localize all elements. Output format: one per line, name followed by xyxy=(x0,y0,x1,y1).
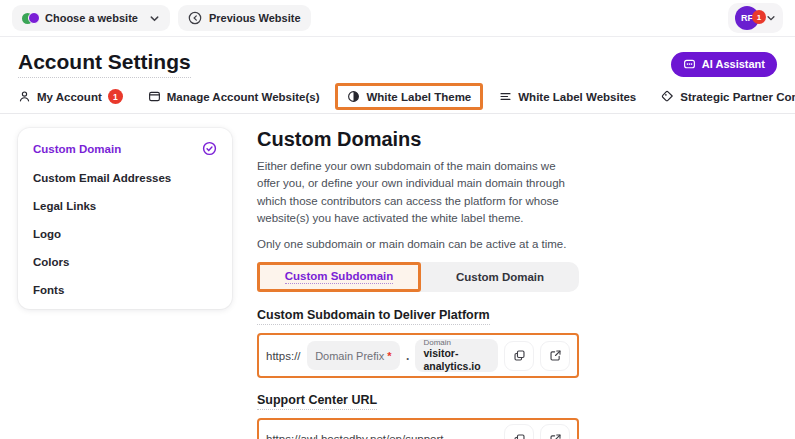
sidebar-item-logo[interactable]: Logo xyxy=(18,220,232,248)
open-subdomain-button[interactable] xyxy=(540,341,570,371)
tab-label: Manage Account Website(s) xyxy=(167,91,320,103)
top-bar: Choose a website Previous Website RF 1 xyxy=(0,0,795,37)
custom-domains-panel: Custom Domains Either define your own su… xyxy=(257,128,579,439)
page-header: Account Settings AI Assistant xyxy=(0,37,795,87)
support-url-value: https://awl.hostedby.net/en/support xyxy=(266,433,444,439)
chevron-down-icon xyxy=(149,13,160,24)
tag-icon xyxy=(661,90,674,103)
external-link-icon xyxy=(549,433,562,439)
copy-icon xyxy=(513,433,526,439)
account-settings-page: Choose a website Previous Website RF 1 xyxy=(0,0,795,439)
sidebar-item-label: Legal Links xyxy=(33,200,96,212)
chevron-down-icon xyxy=(766,13,776,23)
section-title: Custom Domains xyxy=(257,128,579,151)
arrow-left-circle-icon xyxy=(188,11,202,25)
domain-select-value: visitor-analytics.io xyxy=(423,347,490,373)
content-area: Custom Domain Custom Email Addresses Leg… xyxy=(0,114,795,439)
tab-label: My Account xyxy=(37,91,102,103)
support-url-row: https://awl.hostedby.net/en/support xyxy=(257,418,579,439)
list-icon xyxy=(499,90,512,103)
tab-custom-subdomain[interactable]: Custom Subdomain xyxy=(257,262,421,292)
section-description: Either define your own subdomain of the … xyxy=(257,158,579,227)
contrast-icon xyxy=(347,90,360,103)
copy-icon xyxy=(513,349,526,362)
tab-badge: 1 xyxy=(108,89,123,104)
open-support-url-button[interactable] xyxy=(540,424,570,439)
domain-type-tabs: Custom Subdomain Custom Domain xyxy=(257,262,579,292)
check-circle-icon xyxy=(202,141,217,156)
settings-sidebar: Custom Domain Custom Email Addresses Leg… xyxy=(18,128,232,309)
subdomain-section-heading: Custom Subdomain to Deliver Platform xyxy=(257,308,490,325)
protocol-label: https:// xyxy=(266,350,301,362)
subdomain-input-row: https:// Domain Prefix * . Domain visito… xyxy=(257,333,579,378)
section-note: Only one subdomain or main domain can be… xyxy=(257,238,579,250)
sidebar-item-legal-links[interactable]: Legal Links xyxy=(18,192,232,220)
tab-manage-account-websites[interactable]: Manage Account Website(s) xyxy=(148,90,320,103)
chat-bubble-icon xyxy=(683,58,696,71)
tab-label: Strategic Partner Commission xyxy=(680,91,795,103)
external-link-icon xyxy=(549,349,562,362)
tab-custom-domain[interactable]: Custom Domain xyxy=(421,262,579,292)
website-favicon-icon xyxy=(22,12,38,24)
domain-prefix-placeholder: Domain Prefix xyxy=(315,350,384,362)
domain-select[interactable]: Domain visitor-analytics.io xyxy=(415,339,498,372)
tab-my-account[interactable]: My Account 1 xyxy=(18,89,123,104)
sidebar-item-label: Fonts xyxy=(33,284,64,296)
sidebar-item-colors[interactable]: Colors xyxy=(18,248,232,276)
ai-assistant-button[interactable]: AI Assistant xyxy=(671,52,777,77)
tab-label: Custom Subdomain xyxy=(285,270,394,284)
support-section-heading: Support Center URL xyxy=(257,393,377,410)
user-icon xyxy=(18,90,31,103)
user-menu[interactable]: RF 1 xyxy=(728,3,783,33)
choose-website-label: Choose a website xyxy=(45,12,138,24)
tab-white-label-websites[interactable]: White Label Websites xyxy=(499,90,636,103)
previous-website-button[interactable]: Previous Website xyxy=(178,5,311,31)
notification-badge: 1 xyxy=(752,10,766,24)
sidebar-item-label: Colors xyxy=(33,256,69,268)
sidebar-item-fonts[interactable]: Fonts xyxy=(18,276,232,304)
page-title: Account Settings xyxy=(18,50,191,78)
domain-separator: . xyxy=(406,349,409,363)
settings-tab-bar: My Account 1 Manage Account Website(s) W… xyxy=(0,87,795,114)
tab-white-label-theme[interactable]: White Label Theme xyxy=(335,83,483,110)
sidebar-item-label: Custom Domain xyxy=(33,143,121,155)
domain-select-label: Domain xyxy=(423,338,451,348)
tab-label: Custom Domain xyxy=(456,271,544,283)
choose-website-dropdown[interactable]: Choose a website xyxy=(12,5,170,31)
ai-assistant-label: AI Assistant xyxy=(702,58,765,70)
sidebar-item-label: Logo xyxy=(33,228,61,240)
tab-label: White Label Websites xyxy=(518,91,636,103)
sidebar-item-custom-domain[interactable]: Custom Domain xyxy=(18,133,232,164)
required-asterisk: * xyxy=(387,350,391,362)
tab-label: White Label Theme xyxy=(366,91,471,103)
copy-subdomain-button[interactable] xyxy=(504,341,534,371)
browser-icon xyxy=(148,90,161,103)
sidebar-item-label: Custom Email Addresses xyxy=(33,172,171,184)
sidebar-item-custom-email-addresses[interactable]: Custom Email Addresses xyxy=(18,164,232,192)
copy-support-url-button[interactable] xyxy=(504,424,534,439)
tab-strategic-partner-commission[interactable]: Strategic Partner Commission xyxy=(661,90,795,103)
domain-prefix-input[interactable]: Domain Prefix * xyxy=(307,341,401,370)
previous-website-label: Previous Website xyxy=(209,12,301,24)
